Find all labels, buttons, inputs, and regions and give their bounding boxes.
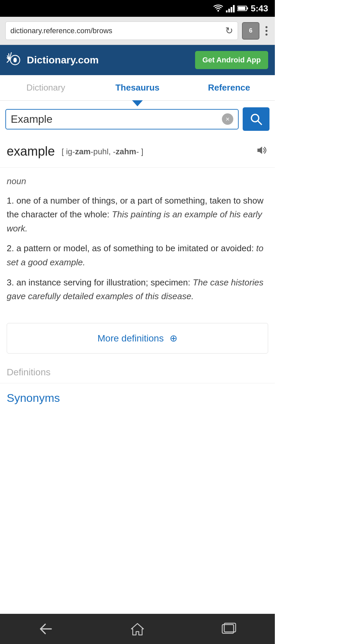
tabs-count: 6 <box>249 27 252 34</box>
word-header: example [ ig-zam-puhl, -zahm- ] <box>7 144 268 159</box>
svg-line-10 <box>258 121 261 124</box>
svg-rect-4 <box>233 5 235 12</box>
definition-3: 3. an instance serving for illustration;… <box>7 276 268 304</box>
tab-dictionary[interactable]: Dictionary <box>0 75 92 100</box>
logo-container: Dictionary.com <box>7 52 99 68</box>
tab-thesaurus[interactable]: Thesaurus <box>92 75 183 100</box>
svg-marker-13 <box>131 624 143 635</box>
home-icon <box>130 622 145 636</box>
pronunciation: [ ig-zam-puhl, -zahm- ] <box>62 147 143 156</box>
status-time: 5:43 <box>251 3 268 14</box>
url-bar[interactable]: dictionary.reference.com/brows ↻ <box>5 21 238 40</box>
more-definitions-text: More definitions ⊕ <box>98 333 177 343</box>
recents-button[interactable] <box>216 619 242 639</box>
tabs-button[interactable]: 6 <box>242 22 259 40</box>
back-icon <box>39 623 53 635</box>
status-icons: 5:43 <box>213 3 268 14</box>
clear-button[interactable]: × <box>222 113 233 125</box>
sound-button[interactable] <box>256 145 268 158</box>
svg-rect-7 <box>238 7 245 10</box>
battery-icon <box>237 5 248 12</box>
search-input-container: × <box>5 109 239 129</box>
svg-rect-1 <box>226 10 228 12</box>
svg-rect-2 <box>228 9 230 12</box>
more-definitions-button[interactable]: More definitions ⊕ <box>7 323 268 354</box>
def-3-number: 3. <box>7 277 14 287</box>
bottom-nav <box>0 614 275 644</box>
search-button[interactable] <box>243 107 269 131</box>
def-1-number: 1. <box>7 196 14 206</box>
definition-1: 1. one of a number of things, or a part … <box>7 194 268 236</box>
home-button[interactable] <box>124 619 151 639</box>
signal-icon <box>226 4 235 12</box>
search-input[interactable] <box>11 113 222 125</box>
def-2-number: 2. <box>7 243 14 253</box>
recents-icon <box>222 623 236 635</box>
tab-arrow <box>132 100 143 106</box>
site-header: Dictionary.com Get Android App <box>0 45 275 75</box>
url-text: dictionary.reference.com/brows <box>10 26 112 35</box>
wifi-icon <box>213 4 223 12</box>
svg-rect-6 <box>247 7 248 9</box>
get-android-app-button[interactable]: Get Android App <box>195 51 268 69</box>
svg-point-0 <box>217 10 219 12</box>
svg-rect-3 <box>231 7 232 12</box>
nav-tabs: Dictionary Thesaurus Reference <box>0 75 275 101</box>
definition-2: 2. a pattern or model, as of something t… <box>7 241 268 269</box>
clear-icon: × <box>226 115 230 123</box>
logo-icon <box>7 52 23 68</box>
status-bar: 5:43 <box>0 0 275 17</box>
back-button[interactable] <box>33 619 59 639</box>
menu-button[interactable] <box>263 24 269 38</box>
svg-marker-11 <box>257 147 262 154</box>
search-icon <box>250 113 262 125</box>
browser-bar: dictionary.reference.com/brows ↻ 6 <box>0 17 275 45</box>
synonyms-link[interactable]: Synonyms <box>0 383 275 413</box>
speaker-icon <box>256 145 268 155</box>
logo-text: Dictionary.com <box>27 54 99 66</box>
def-3-text: an instance serving for illustration; sp… <box>16 277 193 287</box>
reload-icon[interactable]: ↻ <box>225 25 233 36</box>
part-of-speech: noun <box>7 174 268 189</box>
definitions-section: noun 1. one of a number of things, or a … <box>0 168 275 316</box>
word-title: example <box>7 144 55 159</box>
definitions-label: Definitions <box>0 360 275 383</box>
word-entry: example [ ig-zam-puhl, -zahm- ] <box>0 138 275 168</box>
def-2-text: a pattern or model, as of something to b… <box>16 243 256 253</box>
bottom-spacer <box>0 413 275 446</box>
tab-reference[interactable]: Reference <box>183 75 275 100</box>
